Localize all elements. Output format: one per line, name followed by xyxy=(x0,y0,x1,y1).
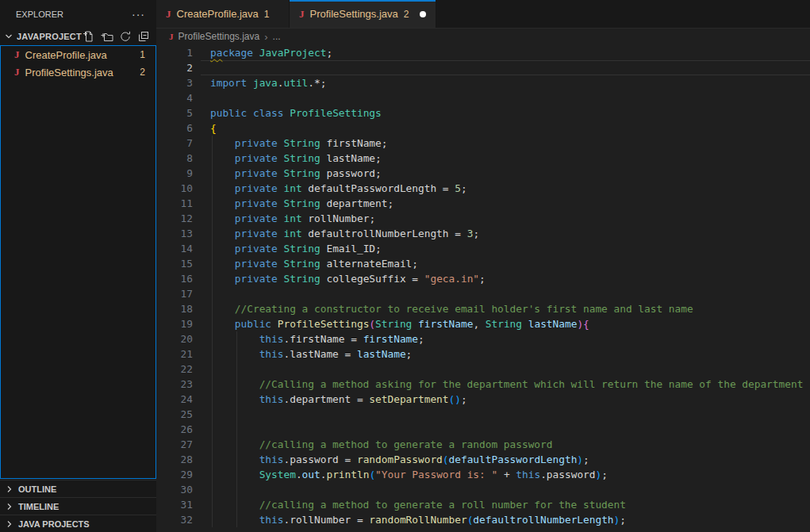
line-number[interactable]: 29 xyxy=(156,467,193,482)
sidebar-section-javaproject[interactable]: JAVAPROJECT xyxy=(0,28,156,45)
sidebar-section-java-projects[interactable]: JAVA PROJECTS xyxy=(0,515,156,532)
code-text: private String collegeSuffix = "geca.in"… xyxy=(210,271,486,286)
code-line[interactable]: 27 //calling a method to generate a rand… xyxy=(156,437,810,452)
code-line[interactable]: 26 xyxy=(156,422,810,437)
sidebar-section-outline[interactable]: OUTLINE xyxy=(0,480,156,497)
line-number[interactable]: 9 xyxy=(156,166,193,181)
line-number[interactable]: 13 xyxy=(156,226,193,241)
code-text: System.out.println("Your Password is: " … xyxy=(210,467,608,482)
new-file-icon[interactable] xyxy=(83,30,95,43)
collapse-folders-icon[interactable] xyxy=(137,30,150,43)
line-number[interactable]: 24 xyxy=(156,392,193,407)
line-number[interactable]: 5 xyxy=(156,105,193,121)
token xyxy=(522,318,528,330)
token: firstName xyxy=(363,333,418,345)
unsaved-changes-dot[interactable] xyxy=(420,11,426,17)
token: JavaProject xyxy=(259,47,327,59)
code-line[interactable]: 15 private String alternateEmail; xyxy=(156,256,810,271)
line-number[interactable]: 15 xyxy=(156,256,193,271)
token xyxy=(210,514,259,526)
code-line[interactable]: 7 private String firstName; xyxy=(156,136,810,151)
code-line[interactable]: 4 xyxy=(156,90,810,105)
line-number[interactable]: 32 xyxy=(156,512,193,527)
code-line[interactable]: 13 private int defaultrollNumberLength =… xyxy=(156,226,810,241)
explorer-file-tree[interactable]: JCreateProfile.java1JProfileSettings.jav… xyxy=(0,45,156,479)
line-number[interactable]: 7 xyxy=(156,136,193,151)
token: private xyxy=(235,243,278,255)
code-line[interactable]: 24 this.department = setDepartment(); xyxy=(156,392,810,407)
line-number[interactable]: 28 xyxy=(156,452,193,467)
code-line[interactable]: 22 xyxy=(156,362,810,377)
code-line[interactable]: 3import java.util.*; xyxy=(156,75,810,90)
token: ; xyxy=(479,273,486,285)
refresh-explorer-icon[interactable] xyxy=(119,30,132,43)
code-line[interactable]: 8 private String lastName; xyxy=(156,151,810,166)
line-number[interactable]: 1 xyxy=(156,45,193,60)
line-number[interactable]: 22 xyxy=(156,362,193,377)
line-number[interactable]: 17 xyxy=(156,286,193,301)
code-line[interactable]: 32 this.rollNumber = randomRollNumber(de… xyxy=(156,512,810,527)
line-number[interactable]: 27 xyxy=(156,437,193,452)
line-number[interactable]: 6 xyxy=(156,121,193,136)
code-line[interactable]: 30 xyxy=(156,482,810,497)
code-line[interactable]: 20 this.firstName = firstName; xyxy=(156,331,810,346)
line-number[interactable]: 25 xyxy=(156,407,193,422)
line-number[interactable]: 10 xyxy=(156,181,193,196)
code-line[interactable]: 18 //Creating a constructor to receive e… xyxy=(156,301,810,316)
problems-badge: 1 xyxy=(140,49,155,60)
code-line[interactable]: 11 private String department; xyxy=(156,196,810,211)
line-number[interactable]: 20 xyxy=(156,331,193,346)
code-line[interactable]: 21 this.lastName = lastName; xyxy=(156,346,810,362)
line-number[interactable]: 3 xyxy=(156,75,193,90)
code-line[interactable]: 29 System.out.println("Your Password is:… xyxy=(156,467,810,482)
token xyxy=(210,454,259,465)
tab-profilesettings-java[interactable]: JProfileSettings.java2 xyxy=(290,0,436,28)
line-number[interactable]: 21 xyxy=(156,346,193,362)
line-number[interactable]: 14 xyxy=(156,241,193,256)
line-number[interactable]: 16 xyxy=(156,271,193,286)
line-number[interactable]: 18 xyxy=(156,301,193,316)
breadcrumb-file[interactable]: ProfileSettings.java xyxy=(179,31,260,42)
code-line[interactable]: 5public class ProfileSettings xyxy=(156,105,810,121)
code-editor[interactable]: 1package JavaProject;23import java.util.… xyxy=(156,44,810,532)
code-line[interactable]: 10 private int defaultPasswordLength = 5… xyxy=(156,181,810,196)
explorer-file-createprofile-java[interactable]: JCreateProfile.java1 xyxy=(1,46,155,63)
code-line[interactable]: 28 this.password = randomPassword(defaul… xyxy=(156,452,810,467)
line-number[interactable]: 26 xyxy=(156,422,193,437)
line-number[interactable]: 2 xyxy=(156,60,193,75)
explorer-file-profilesettings-java[interactable]: JProfileSettings.java2 xyxy=(1,63,155,81)
tab-createprofile-java[interactable]: JCreateProfile.java1 xyxy=(156,0,290,28)
line-number[interactable]: 4 xyxy=(156,90,193,105)
java-file-icon: J xyxy=(299,8,305,21)
line-number[interactable]: 11 xyxy=(156,196,193,211)
tab-label: CreateProfile.java xyxy=(177,8,259,20)
line-number[interactable]: 30 xyxy=(156,482,193,497)
sidebar-section-timeline[interactable]: TIMELINE xyxy=(0,497,156,515)
code-line[interactable]: 25 xyxy=(156,407,810,422)
token: defaultPasswordLength xyxy=(449,454,578,465)
token: ; xyxy=(418,333,424,345)
code-line[interactable]: 1package JavaProject; xyxy=(156,45,810,60)
code-text: this.rollNumber = randomRollNumber(defau… xyxy=(210,512,626,527)
line-number[interactable]: 23 xyxy=(156,377,193,392)
line-number[interactable]: 8 xyxy=(156,151,193,166)
code-line[interactable]: 19 public ProfileSettings(String firstNa… xyxy=(156,316,810,331)
new-folder-icon[interactable] xyxy=(101,30,113,43)
code-line[interactable]: 12 private int rollNumber; xyxy=(156,211,810,226)
code-line[interactable]: 31 //calling a method to generate a roll… xyxy=(156,497,810,512)
code-text: private int defaultPasswordLength = 5; xyxy=(210,181,467,196)
token: ; xyxy=(387,197,393,209)
code-line[interactable]: 17 xyxy=(156,286,810,301)
line-number[interactable]: 12 xyxy=(156,211,193,226)
breadcrumb-more[interactable]: ... xyxy=(273,31,281,42)
more-actions-icon[interactable]: ··· xyxy=(132,8,145,21)
token xyxy=(253,47,259,59)
line-number[interactable]: 19 xyxy=(156,316,193,331)
code-line[interactable]: 16 private String collegeSuffix = "geca.… xyxy=(156,271,810,286)
code-line[interactable]: 14 private String Email_ID; xyxy=(156,241,810,256)
code-line[interactable]: 6{ xyxy=(156,121,810,136)
code-line[interactable]: 9 private String password; xyxy=(156,166,810,181)
line-number[interactable]: 31 xyxy=(156,497,193,512)
code-line[interactable]: 2 xyxy=(156,60,810,75)
code-line[interactable]: 23 //Calling a method asking for the dep… xyxy=(156,377,810,392)
